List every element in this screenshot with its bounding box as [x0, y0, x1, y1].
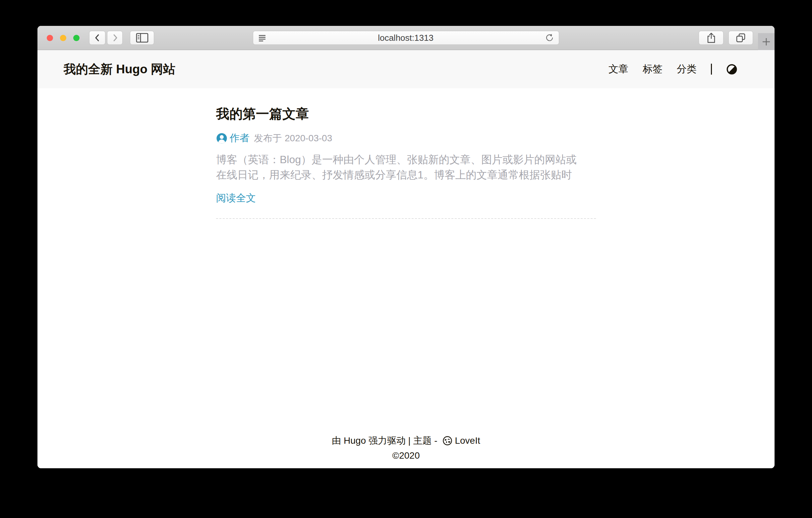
post-summary-card: 我的第一篇文章 作者 发布于 2020-03-03 博客（英语：Blog）是一种… — [216, 88, 596, 221]
reader-view-icon[interactable] — [258, 33, 267, 43]
published-date: 2020-03-03 — [285, 133, 332, 144]
reload-icon[interactable] — [545, 33, 554, 43]
browser-toolbar: localhost:1313 — [37, 26, 775, 50]
theme-name-link[interactable]: LoveIt — [455, 435, 480, 446]
forward-button[interactable] — [107, 31, 123, 45]
theme-toggle-button[interactable] — [726, 64, 737, 75]
sidebar-toggle-button[interactable] — [130, 31, 154, 45]
page-content: 我的第一篇文章 作者 发布于 2020-03-03 博客（英语：Blog）是一种… — [37, 88, 775, 468]
address-bar[interactable]: localhost:1313 — [253, 31, 559, 45]
back-button[interactable] — [89, 31, 106, 45]
nav-item-categories[interactable]: 分类 — [677, 62, 697, 76]
kiss-face-icon — [442, 436, 453, 446]
post-meta: 作者 发布于 2020-03-03 — [216, 131, 596, 145]
plus-icon — [761, 36, 772, 47]
nav-item-tags[interactable]: 标签 — [643, 62, 663, 76]
close-window-button[interactable] — [47, 35, 53, 41]
theme-contrast-icon — [726, 64, 737, 75]
tabs-icon — [735, 32, 746, 43]
new-tab-button[interactable] — [758, 33, 775, 50]
back-icon — [93, 33, 102, 43]
minimize-window-button[interactable] — [60, 35, 66, 41]
site-header: 我的全新 Hugo 网站 文章 标签 分类 — [37, 50, 775, 88]
url-text: localhost:1313 — [267, 33, 545, 43]
footer-powered-line: 由 Hugo 强力驱动 | 主题 - LoveIt — [37, 433, 775, 448]
author-avatar-icon — [216, 133, 227, 144]
author-link[interactable]: 作者 — [230, 131, 250, 145]
share-icon — [706, 32, 716, 44]
published-label: 发布于 — [254, 132, 282, 144]
read-more-link[interactable]: 阅读全文 — [216, 191, 256, 205]
powered-by-text: 由 Hugo 强力驱动 | 主题 - — [332, 435, 440, 446]
post-summary-text: 博客（英语：Blog）是一种由个人管理、张贴新的文章、图片或影片的网站或在线日记… — [216, 152, 587, 182]
share-button[interactable] — [699, 31, 724, 45]
tab-overview-button[interactable] — [728, 31, 753, 45]
site-nav: 文章 标签 分类 — [609, 62, 737, 76]
post-divider — [216, 218, 596, 219]
traffic-lights — [47, 35, 80, 41]
forward-icon — [111, 33, 119, 43]
nav-separator — [711, 64, 712, 75]
copyright-text: ©2020 — [37, 448, 775, 463]
browser-window: localhost:1313 — [37, 26, 775, 468]
nav-item-posts[interactable]: 文章 — [609, 62, 628, 76]
sidebar-icon — [136, 32, 148, 43]
post-title-link[interactable]: 我的第一篇文章 — [216, 105, 596, 123]
site-title-link[interactable]: 我的全新 Hugo 网站 — [64, 61, 175, 78]
zoom-window-button[interactable] — [73, 35, 80, 41]
site-footer: 由 Hugo 强力驱动 | 主题 - LoveIt ©2020 — [37, 433, 775, 468]
